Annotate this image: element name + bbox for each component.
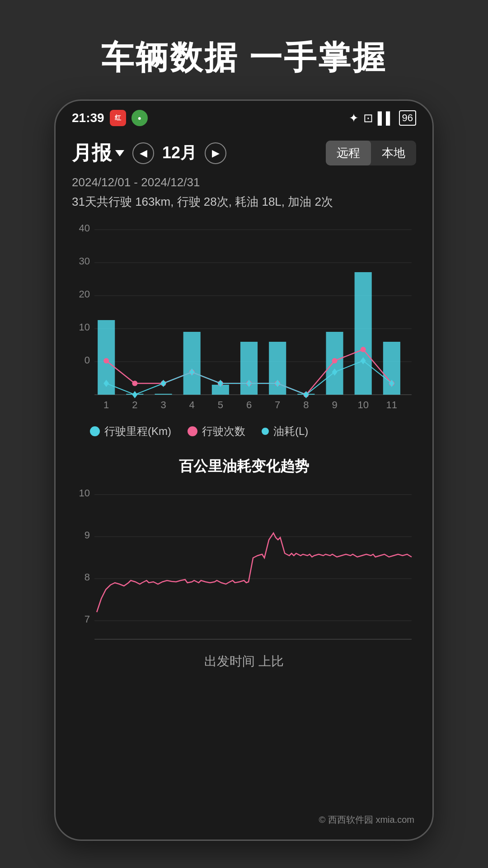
svg-text:1: 1 [103,399,109,410]
stats-summary: 31天共行驶 163km, 行驶 28次, 耗油 18L, 加油 2次 [72,194,416,210]
next-month-button[interactable]: ▶ [205,142,226,164]
app-icon-green: ● [131,110,148,126]
svg-point-22 [103,358,109,363]
main-chart: 40 30 20 10 0 [72,221,416,410]
svg-text:6: 6 [246,399,252,410]
svg-text:4: 4 [189,399,195,410]
svg-text:20: 20 [79,288,90,300]
wifi-icon: ⊡ [363,111,373,125]
month-label: 12月 [162,142,197,164]
svg-text:11: 11 [386,399,398,410]
prev-month-button[interactable]: ◀ [132,142,154,164]
svg-text:10: 10 [357,399,369,410]
svg-text:5: 5 [218,399,223,410]
toggle-group: 远程 本地 [326,141,416,165]
svg-text:3: 3 [160,399,166,410]
svg-text:8: 8 [84,571,90,583]
svg-text:2: 2 [132,399,137,410]
chart-legend: 行驶里程(Km) 行驶次数 油耗(L) [72,420,416,452]
date-range: 2024/12/01 - 2024/12/31 [72,175,416,189]
report-dropdown[interactable]: 月报 [72,140,124,166]
svg-text:10: 10 [79,321,90,333]
svg-text:7: 7 [275,399,280,410]
status-bar: 21:39 红 ● ✦ ⊡ ▌▌ 96 [56,101,432,131]
svg-point-31 [361,347,366,352]
phone-frame: 21:39 红 ● ✦ ⊡ ▌▌ 96 月报 ◀ 12月 ▶ 远程 本地 20 [54,99,434,841]
page-title: 车辆数据 一手掌握 [0,0,488,80]
bluetooth-icon: ✦ [349,111,359,125]
svg-text:30: 30 [79,255,90,267]
time-display: 21:39 [72,111,104,125]
svg-text:9: 9 [84,529,90,541]
svg-text:40: 40 [79,222,90,234]
svg-marker-34 [132,391,137,398]
svg-marker-35 [161,380,166,387]
battery-indicator: 96 [399,110,416,126]
svg-point-23 [132,381,137,386]
svg-text:9: 9 [332,399,337,410]
svg-text:7: 7 [84,613,90,625]
svg-text:8: 8 [303,399,309,410]
nav-bar: 月报 ◀ 12月 ▶ 远程 本地 [72,140,416,166]
svg-rect-14 [183,332,201,395]
fuel-section-title: 百公里油耗变化趋势 [72,457,416,476]
svg-rect-20 [355,272,372,395]
fuel-chart: 10 9 8 7 [72,486,416,648]
watermark: © 西西软件园 xmia.com [319,814,414,826]
app-icon-red: 红 [110,110,126,126]
svg-text:0: 0 [84,354,90,366]
svg-point-30 [332,358,338,363]
svg-text:10: 10 [79,487,90,499]
bottom-label: 出发时间 上比 [72,653,416,670]
toggle-remote[interactable]: 远程 [326,141,371,165]
svg-rect-13 [155,394,172,395]
toggle-local[interactable]: 本地 [371,141,416,165]
signal-icon: ▌▌ [378,111,394,125]
status-right: ✦ ⊡ ▌▌ 96 [349,110,416,126]
